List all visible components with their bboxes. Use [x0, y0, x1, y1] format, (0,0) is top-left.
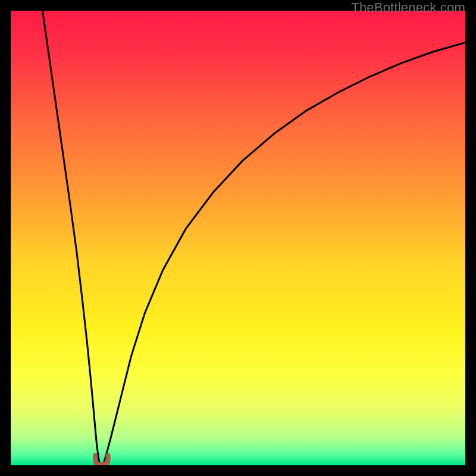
gradient-background — [11, 11, 465, 465]
chart-frame: TheBottleneck.com — [0, 0, 476, 476]
plot-area — [11, 11, 465, 465]
bottleneck-curve-chart — [11, 11, 465, 465]
watermark-text: TheBottleneck.com — [351, 0, 465, 15]
